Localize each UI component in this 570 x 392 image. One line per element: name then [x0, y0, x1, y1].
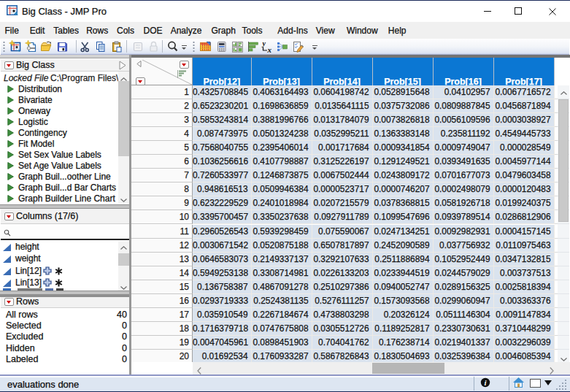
svg-text:x: x: [267, 45, 272, 54]
svg-text:y: y: [262, 40, 266, 47]
